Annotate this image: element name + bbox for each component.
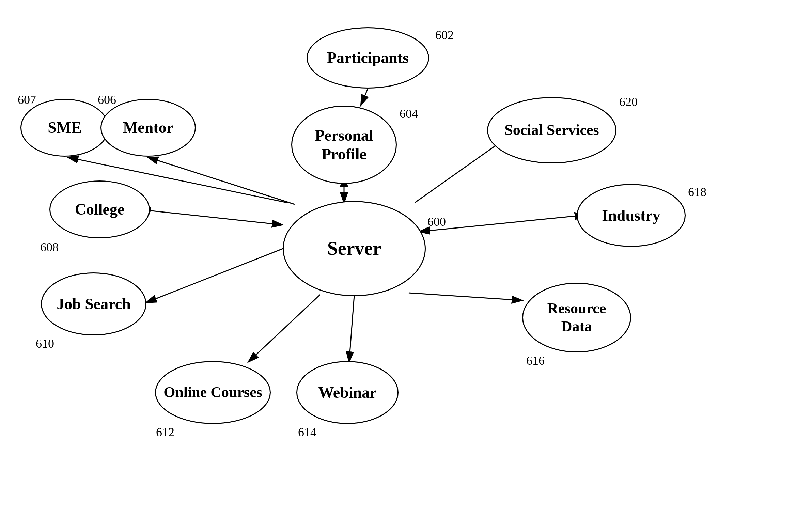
node-participants: Participants [307, 27, 429, 89]
node-resource-data-label: Resource Data [547, 300, 606, 336]
tag-602: 602 [435, 28, 454, 42]
tag-607: 607 [18, 93, 36, 107]
svg-line-12 [409, 293, 522, 300]
node-college: College [49, 180, 150, 238]
node-webinar: Webinar [296, 361, 399, 424]
node-sme-label: SME [48, 118, 82, 137]
node-social-services-label: Social Services [504, 121, 599, 139]
node-sme: SME [20, 99, 109, 157]
node-social-services: Social Services [487, 97, 616, 163]
tag-600: 600 [427, 215, 446, 229]
node-college-label: College [75, 200, 125, 219]
node-server: Server [283, 201, 426, 296]
tag-608: 608 [40, 240, 59, 254]
tag-606: 606 [98, 93, 116, 107]
tag-618: 618 [688, 185, 706, 199]
node-resource-data: Resource Data [522, 283, 631, 352]
tag-612: 612 [156, 425, 174, 439]
node-job-search-label: Job Search [57, 295, 131, 313]
node-online-courses-label: Online Courses [163, 383, 262, 402]
svg-line-5 [148, 157, 295, 204]
node-mentor-label: Mentor [123, 118, 173, 137]
node-online-courses: Online Courses [155, 361, 271, 424]
svg-line-9 [349, 296, 354, 362]
tag-604: 604 [400, 107, 418, 121]
svg-line-7 [146, 245, 292, 302]
svg-line-6 [149, 210, 282, 225]
tag-610: 610 [36, 336, 54, 351]
diagram-container: Participants 602 Personal Profile 604 Se… [0, 0, 812, 518]
node-participants-label: Participants [327, 48, 409, 67]
node-server-label: Server [327, 237, 381, 260]
tag-614: 614 [298, 425, 316, 439]
svg-line-8 [249, 295, 320, 362]
node-industry: Industry [577, 184, 686, 247]
svg-line-2 [361, 89, 368, 105]
node-industry-label: Industry [602, 206, 660, 225]
node-job-search: Job Search [41, 272, 146, 335]
node-mentor: Mentor [100, 99, 196, 157]
tag-616: 616 [526, 354, 545, 368]
node-personal-profile: Personal Profile [291, 106, 397, 184]
tag-620: 620 [619, 95, 638, 109]
node-personal-profile-label: Personal Profile [315, 126, 373, 163]
node-webinar-label: Webinar [318, 383, 376, 402]
